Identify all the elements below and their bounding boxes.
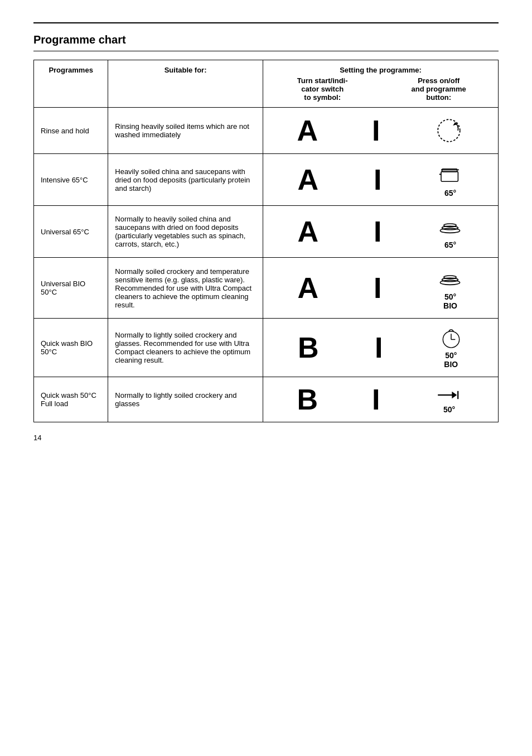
programme-name-cell: Universal BIO 50°C xyxy=(34,258,108,319)
page-title: Programme chart xyxy=(33,28,499,46)
programme-icon: 50°BIO xyxy=(437,266,463,310)
suitable-for-cell: Normally soiled crockery and temperature… xyxy=(108,258,263,319)
press-symbol: I xyxy=(372,385,380,414)
setting-cell: BI 50°BIO xyxy=(263,319,498,377)
col-header-suitable-for: Suitable for: xyxy=(108,60,263,108)
table-row: Universal BIO 50°CNormally soiled crocke… xyxy=(34,258,499,319)
bio-label: BIO xyxy=(443,301,457,310)
bio-label: BIO xyxy=(444,360,458,369)
temperature-label: 50° xyxy=(443,405,455,414)
turn-symbol: A xyxy=(297,217,318,246)
programme-icon: 50°BIO xyxy=(439,326,463,369)
press-symbol-header: Press on/off and programme button: xyxy=(386,76,491,102)
programme-name-cell: Universal 65°C xyxy=(34,206,108,258)
table-row: Intensive 65°CHeavily soiled china and s… xyxy=(34,154,499,206)
svg-rect-6 xyxy=(442,169,457,172)
table-row: Quick wash BIO 50°CNormally to lightly s… xyxy=(34,319,499,377)
programme-icon: 65° xyxy=(437,162,463,198)
programme-icon: 65° xyxy=(437,214,463,249)
setting-cell: AI xyxy=(263,108,498,154)
temperature-label: 65° xyxy=(444,189,456,198)
press-symbol: I xyxy=(375,333,383,362)
suitable-for-cell: Normally to heavily soiled china and sau… xyxy=(108,206,263,258)
setting-cell: BI 50° xyxy=(263,377,498,422)
suitable-for-cell: Rinsing heavily soiled items which are n… xyxy=(108,108,263,154)
setting-cell: AI 50°BIO xyxy=(263,258,498,319)
programme-icon xyxy=(434,115,464,146)
bottom-rule xyxy=(33,51,499,51)
turn-symbol: A xyxy=(297,165,318,194)
setting-cell: AI 65° xyxy=(263,206,498,258)
col-header-setting: Setting the programme: Turn start/indi- … xyxy=(263,60,498,108)
turn-symbol: A xyxy=(297,116,318,145)
turn-symbol: B xyxy=(297,385,318,414)
programme-icon: 50° xyxy=(434,385,464,414)
table-row: Rinse and holdRinsing heavily soiled ite… xyxy=(34,108,499,154)
suitable-for-cell: Normally to lightly soiled crockery and … xyxy=(108,377,263,422)
programme-name-cell: Rinse and hold xyxy=(34,108,108,154)
press-symbol: I xyxy=(372,116,380,145)
press-symbol: I xyxy=(374,273,381,302)
suitable-for-cell: Normally to lightly soiled crockery and … xyxy=(108,319,263,377)
svg-rect-2 xyxy=(441,172,458,182)
turn-symbol-header: Turn start/indi- cator switch to symbol: xyxy=(270,76,375,102)
press-symbol: I xyxy=(374,165,381,194)
programme-name-cell: Quick wash 50°C Full load xyxy=(34,377,108,422)
table-row: Universal 65°CNormally to heavily soiled… xyxy=(34,206,499,258)
svg-marker-20 xyxy=(452,392,457,399)
turn-symbol: B xyxy=(298,333,319,362)
temperature-label: 50° xyxy=(444,292,456,301)
temperature-label: 50° xyxy=(445,351,457,360)
col-header-programmes: Programmes xyxy=(34,60,108,108)
press-symbol: I xyxy=(374,217,381,246)
temperature-label: 65° xyxy=(444,240,456,249)
setting-header-line1: Setting the programme: xyxy=(270,66,491,74)
top-rule xyxy=(33,22,499,23)
programme-chart-table: Programmes Suitable for: Setting the pro… xyxy=(33,60,499,422)
suitable-for-cell: Heavily soiled china and saucepans with … xyxy=(108,154,263,206)
page-number: 14 xyxy=(33,434,499,442)
setting-cell: AI 65° xyxy=(263,154,498,206)
table-row: Quick wash 50°C Full loadNormally to lig… xyxy=(34,377,499,422)
turn-symbol: A xyxy=(297,273,318,302)
svg-point-0 xyxy=(438,119,461,142)
programme-name-cell: Quick wash BIO 50°C xyxy=(34,319,108,377)
programme-name-cell: Intensive 65°C xyxy=(34,154,108,206)
